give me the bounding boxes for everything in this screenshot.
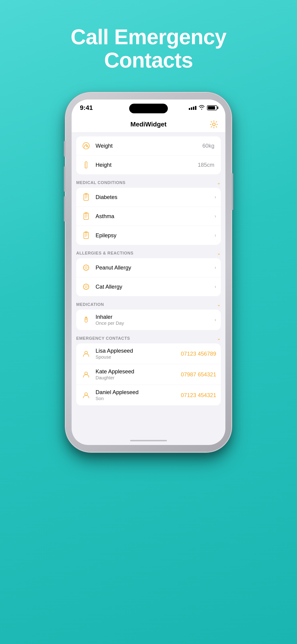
allergies-chevron[interactable]: ⌄ [217,250,221,256]
condition-diabetes: Diabetes [96,194,214,200]
condition-icon-asthma [81,211,92,222]
condition-icon-epilepsy [81,230,92,241]
svg-line-3 [86,146,87,147]
svg-line-30 [84,266,85,266]
svg-line-31 [88,269,88,270]
medication-chevron[interactable]: ⌄ [217,302,221,307]
svg-line-33 [84,269,85,270]
svg-rect-14 [84,213,88,220]
svg-point-35 [85,286,87,288]
conditions-card: Diabetes › [76,188,221,245]
condition-row-asthma[interactable]: Asthma › [76,206,221,226]
contacts-section: EMERGENCY CONTACTS ⌄ [72,332,226,406]
medication-chevron-inhaler: › [214,317,216,323]
contact-icon-daniel [81,390,92,400]
contact-phone-kate[interactable]: 07987 654321 [181,371,216,378]
allergy-icon-peanut [81,262,92,273]
weight-label: Weight [96,142,202,149]
allergy-peanut: Peanut Allergy [96,264,214,271]
svg-line-43 [84,288,85,289]
condition-row-diabetes[interactable]: Diabetes › [76,188,221,206]
contacts-chevron[interactable]: ⌄ [217,336,221,341]
contact-row-kate[interactable]: Kate Appleseed Daughter 07987 654321 [76,364,221,385]
weight-row[interactable]: Weight 60kg [76,136,221,155]
status-time: 9:41 [80,104,93,112]
dynamic-island [129,104,168,113]
weight-value: 60kg [202,142,214,149]
medication-card: Inhaler Once per Day › [76,310,221,330]
signal-icon [189,106,196,110]
contact-name-lisa: Lisa Appleseed [96,348,181,354]
condition-row-epilepsy[interactable]: Epilepsy › [76,226,221,245]
contact-phone-lisa[interactable]: 07123 456789 [181,350,216,357]
svg-line-41 [88,288,88,289]
allergy-row-peanut[interactable]: Peanut Allergy › [76,258,221,277]
conditions-section: MEDICAL CONDITIONS ⌄ [72,176,226,245]
status-icons [189,104,217,111]
contacts-label: EMERGENCY CONTACTS [76,336,130,341]
condition-chevron-diabetes: › [214,194,216,200]
height-label: Height [96,162,198,168]
svg-rect-9 [84,194,88,200]
weight-icon [81,140,92,151]
allergy-chevron-cat: › [214,284,216,290]
allergies-card: Peanut Allergy › [76,258,221,296]
contact-relation-daniel: Son [96,396,181,401]
condition-epilepsy: Epilepsy [96,232,214,238]
conditions-header: MEDICAL CONDITIONS ⌄ [72,176,226,188]
height-value: 185cm [198,162,214,168]
medication-header: MEDICATION ⌄ [72,298,226,310]
contact-relation-kate: Daughter [96,375,181,380]
condition-chevron-asthma: › [214,213,216,219]
power-button [232,173,233,210]
allergies-section: ALLERGIES & REACTIONS ⌄ [72,247,226,296]
medication-label: MEDICATION [76,302,104,307]
condition-asthma: Asthma [96,213,214,220]
contact-icon-lisa [81,348,92,359]
home-indicator [130,440,167,441]
contact-name-daniel: Daniel Appleseed [96,389,181,396]
svg-line-42 [88,285,88,286]
nav-bar: MediWidget [72,116,226,133]
wifi-icon [199,104,205,111]
contact-relation-lisa: Spouse [96,354,181,360]
mute-button [64,141,66,156]
contact-name-kate: Kate Appleseed [96,368,181,375]
medication-row-inhaler[interactable]: Inhaler Once per Day › [76,310,221,330]
medication-inhaler: Inhaler [96,314,214,320]
allergy-chevron-peanut: › [214,265,216,271]
status-bar: 9:41 [72,100,226,116]
conditions-label: MEDICAL CONDITIONS [76,180,126,185]
vitals-card: Weight 60kg [76,136,221,174]
allergies-header: ALLERGIES & REACTIONS ⌄ [72,247,226,258]
volume-up-button [64,166,66,192]
scroll-content: Weight 60kg [72,133,226,434]
contacts-header: EMERGENCY CONTACTS ⌄ [72,332,226,344]
height-icon [81,160,92,170]
page-title: Call Emergency Contacts [71,25,226,72]
contact-icon-kate [81,369,92,380]
contact-row-daniel[interactable]: Daniel Appleseed Son 07123 454321 [76,385,221,406]
svg-rect-4 [85,162,87,168]
contacts-card: Lisa Appleseed Spouse 07123 456789 [76,344,221,406]
phone-mockup: 9:41 [66,92,232,452]
contact-phone-daniel[interactable]: 07123 454321 [181,392,216,398]
settings-button[interactable] [209,119,219,130]
nav-title: MediWidget [130,121,167,128]
condition-chevron-epilepsy: › [214,232,216,238]
svg-line-32 [88,266,88,266]
contact-row-lisa[interactable]: Lisa Appleseed Spouse 07123 456789 [76,344,221,364]
allergy-cat: Cat Allergy [96,284,214,290]
gear-icon [210,120,218,129]
phone-screen: 9:41 [72,100,226,445]
svg-line-40 [84,285,85,286]
allergy-icon-cat [81,282,92,292]
medication-section: MEDICATION ⌄ [72,298,226,330]
medication-icon-inhaler [81,315,92,325]
height-row[interactable]: Height 185cm [76,155,221,174]
allergy-row-cat[interactable]: Cat Allergy › [76,277,221,296]
svg-point-25 [85,267,87,268]
battery-icon [207,105,217,110]
conditions-chevron[interactable]: ⌄ [217,180,221,186]
volume-down-button [64,196,66,222]
